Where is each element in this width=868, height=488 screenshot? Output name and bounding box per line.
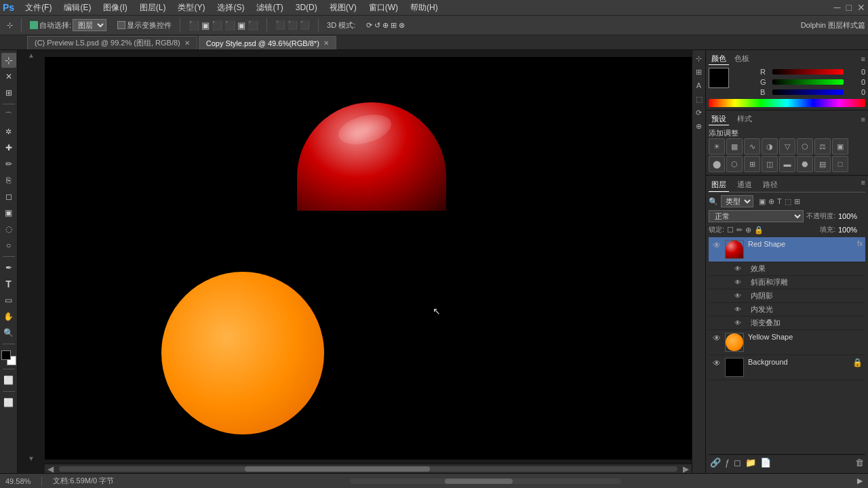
adj-photo[interactable]: ⬡ [726, 156, 743, 172]
menu-help[interactable]: 帮助(H) [405, 1, 443, 15]
color-panel-options[interactable]: ≡ [861, 55, 865, 63]
scrollbar-track[interactable] [59, 466, 677, 472]
swatches-tab[interactable]: 色板 [732, 53, 752, 65]
menu-edit[interactable]: 编辑(E) [58, 1, 96, 15]
dodge-tool[interactable]: ○ [1, 238, 16, 253]
screen-mode-tool[interactable]: ⬜ [1, 395, 16, 410]
menu-type[interactable]: 类型(Y) [172, 1, 210, 15]
selection-tool[interactable]: ⊹ [1, 53, 16, 68]
align-middle-icon[interactable]: ▣ [237, 20, 245, 30]
dist-icon3[interactable]: ⬛ [300, 20, 310, 30]
b-slider[interactable] [772, 89, 844, 95]
menu-view[interactable]: 视图(V) [324, 1, 362, 15]
canvas-area[interactable]: ▲ ▼ ↖ ◀ ▶ [18, 50, 692, 473]
adj-posterize[interactable]: ▬ [779, 156, 795, 172]
menu-select[interactable]: 选择(S) [212, 1, 250, 15]
layer-panel-options[interactable]: ≡ [861, 178, 865, 192]
menu-image[interactable]: 图像(I) [98, 1, 132, 15]
layer-filter-pixel[interactable]: ▣ [759, 197, 766, 206]
h-scroll-track[interactable] [350, 479, 621, 484]
3d-tool2[interactable]: ↺ [374, 21, 380, 30]
maximize-button[interactable]: □ [846, 2, 852, 13]
layer-vis-red-shape[interactable]: 👁 [711, 240, 722, 251]
magic-wand-tool[interactable]: ✲ [1, 124, 16, 139]
blur-tool[interactable]: ◌ [1, 222, 16, 237]
adj-selective[interactable]: □ [832, 156, 848, 172]
crop-tool[interactable]: ✕ [1, 69, 16, 84]
adj-brightness[interactable]: ☀ [709, 138, 725, 155]
sub-vis-bevel[interactable]: 👁 [733, 278, 743, 287]
layer-filter-adjust[interactable]: ⊕ [768, 197, 774, 206]
scroll-down-arrow[interactable]: ▼ [28, 455, 35, 462]
preset-tab[interactable]: 预设 [709, 113, 729, 125]
shape-tool[interactable]: ▭ [1, 293, 16, 308]
sub-layer-inner-shadow[interactable]: 👁 内阴影 [709, 289, 865, 303]
gradient-tool[interactable]: ▣ [1, 205, 16, 220]
horizontal-scrollbar[interactable]: ◀ ▶ [45, 464, 692, 473]
layer-vis-background[interactable]: 👁 [711, 358, 722, 369]
layer-new-layer-icon[interactable]: 📄 [760, 458, 771, 468]
layer-delete-icon[interactable]: 🗑 [855, 458, 864, 468]
align-top-icon[interactable]: ⬛ [224, 20, 235, 30]
style-tab[interactable]: 样式 [734, 113, 755, 125]
layer-filter-text[interactable]: T [777, 197, 782, 205]
brush-tool[interactable]: ✏ [1, 157, 16, 171]
3d-tool1[interactable]: ⟳ [366, 21, 372, 30]
healing-tool[interactable]: ✚ [1, 140, 16, 155]
layer-add-fx-icon[interactable]: ƒ [725, 458, 730, 468]
dist-icon1[interactable]: ⬛ [275, 20, 285, 30]
lasso-tool[interactable]: ⌒ [1, 108, 16, 123]
layer-type-select[interactable]: 类型 [721, 195, 753, 207]
adj-bw[interactable]: ⬤ [709, 156, 725, 172]
eraser-tool[interactable]: ◻ [1, 189, 16, 204]
align-center-icon[interactable]: ▣ [201, 20, 210, 30]
adj-curves[interactable]: ∿ [744, 138, 760, 155]
close-button[interactable]: ✕ [857, 2, 865, 13]
adj-channel-mix[interactable]: ⊞ [744, 156, 760, 172]
canvas[interactable]: ↖ [45, 57, 692, 460]
layer-add-mask-icon[interactable]: ◻ [734, 458, 741, 468]
layer-vis-yellow-shape[interactable]: 👁 [711, 333, 722, 344]
mini-tool5[interactable]: ⟳ [694, 107, 705, 118]
mini-tool4[interactable]: ⬚ [694, 94, 705, 104]
transform-tool[interactable]: ⊞ [1, 85, 16, 100]
tab-preview[interactable]: (C) Preview LS.psd @ 99.2% (图组, RGB/8) ✕ [27, 36, 197, 49]
sub-vis-inner-glow[interactable]: 👁 [733, 305, 743, 314]
red-shape[interactable] [297, 102, 446, 211]
scroll-left-button[interactable]: ◀ [45, 464, 56, 474]
play-button[interactable]: ▶ [857, 476, 863, 485]
adj-levels[interactable]: ▦ [726, 138, 743, 155]
align-bottom-icon[interactable]: ⬛ [248, 20, 258, 30]
mini-tool6[interactable]: ⊕ [694, 121, 705, 131]
scrollbar-thumb[interactable] [245, 466, 431, 472]
sub-vis-gradient-overlay[interactable]: 👁 [733, 319, 743, 328]
show-transform-checkbox[interactable] [117, 21, 125, 29]
layer-item-red-shape[interactable]: 👁 Red Shape fx [709, 237, 865, 262]
adj-colorbalance[interactable]: ▣ [832, 138, 848, 155]
align-right-icon[interactable]: ⬛ [212, 20, 222, 30]
move-tool[interactable]: ⊹ [3, 20, 17, 31]
g-slider[interactable] [772, 79, 844, 85]
adj-exposure[interactable]: ◑ [762, 138, 778, 155]
adj-triangle[interactable]: ▽ [779, 138, 795, 155]
menu-filter[interactable]: 滤镜(T) [251, 1, 288, 15]
3d-tool3[interactable]: ⊕ [382, 21, 389, 30]
adj-threshold[interactable]: ⬣ [797, 156, 813, 172]
color-tab[interactable]: 颜色 [709, 53, 729, 65]
lock-all-icon[interactable]: 🔒 [754, 226, 764, 235]
dist-icon2[interactable]: ⬛ [288, 20, 298, 30]
adj-gradient-map[interactable]: ▤ [814, 156, 831, 172]
orange-circle[interactable] [161, 272, 324, 434]
adj-vibrance[interactable]: ⬡ [797, 138, 813, 155]
lock-move-icon[interactable]: ⊕ [745, 226, 751, 235]
adjust-panel-options[interactable]: ≡ [861, 115, 865, 123]
mini-tool1[interactable]: ⊹ [694, 53, 705, 64]
layers-tab[interactable]: 图层 [709, 178, 729, 192]
minimize-button[interactable]: ─ [834, 2, 841, 13]
clone-tool[interactable]: ⎘ [1, 173, 16, 188]
menu-3d[interactable]: 3D(D) [290, 1, 323, 14]
3d-tool4[interactable]: ⊞ [391, 21, 397, 30]
text-tool[interactable]: T [1, 277, 16, 291]
sub-vis-effects[interactable]: 👁 [733, 264, 743, 274]
adj-invert[interactable]: ◫ [762, 156, 778, 172]
